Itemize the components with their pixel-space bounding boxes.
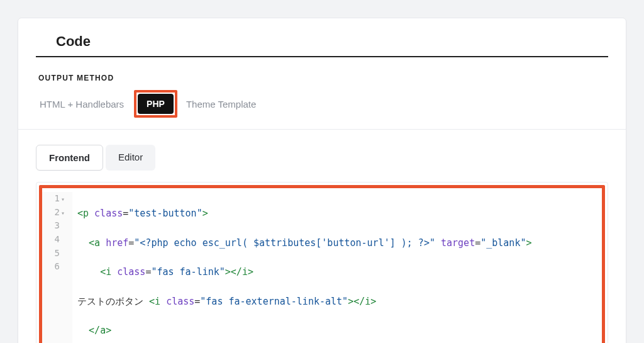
- code-gutter: 1▾ 2▾ 3▾ 4▾ 5▾ 6▾: [42, 192, 72, 343]
- tab-frontend[interactable]: Frontend: [36, 145, 103, 171]
- code-editor-container: 1▾ 2▾ 3▾ 4▾ 5▾ 6▾ <p class="test-button"…: [36, 182, 608, 343]
- annotation-highlight-editor: 1▾ 2▾ 3▾ 4▾ 5▾ 6▾ <p class="test-button"…: [39, 185, 605, 343]
- code-panel: Code OUTPUT METHOD HTML + Handlebars PHP…: [18, 18, 626, 343]
- fold-arrow-icon[interactable]: ▾: [61, 196, 65, 203]
- output-method-theme-template[interactable]: Theme Template: [184, 93, 258, 116]
- annotation-highlight-php: PHP: [134, 90, 177, 118]
- output-method-label: OUTPUT METHOD: [18, 57, 626, 82]
- output-method-html-handlebars[interactable]: HTML + Handlebars: [37, 93, 126, 116]
- fold-arrow-icon[interactable]: ▾: [61, 210, 65, 216]
- code-tabs: Frontend Editor: [18, 130, 626, 176]
- output-method-options: HTML + Handlebars PHP Theme Template: [18, 82, 626, 130]
- block-title: Code: [36, 18, 608, 57]
- tab-editor[interactable]: Editor: [106, 145, 155, 171]
- output-method-php[interactable]: PHP: [138, 94, 174, 114]
- code-editor[interactable]: 1▾ 2▾ 3▾ 4▾ 5▾ 6▾ <p class="test-button"…: [42, 188, 602, 343]
- code-content[interactable]: <p class="test-button"> <a href="<?php e…: [72, 192, 602, 343]
